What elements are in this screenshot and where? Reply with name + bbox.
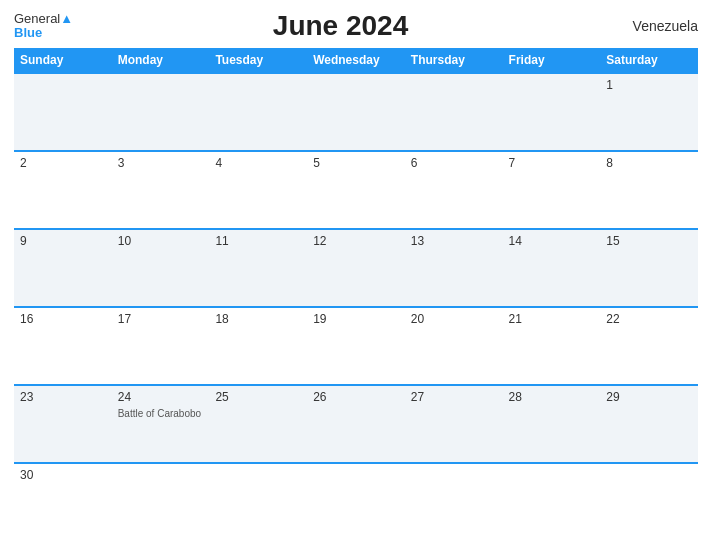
day-number: 26	[313, 390, 399, 404]
day-cell-1-2: 4	[209, 152, 307, 228]
week-row-1: 1	[14, 72, 698, 150]
day-number: 18	[215, 312, 301, 326]
day-number: 16	[20, 312, 106, 326]
day-cell-0-3	[307, 74, 405, 150]
day-number: 5	[313, 156, 399, 170]
day-number: 8	[606, 156, 692, 170]
day-cell-4-0: 23	[14, 386, 112, 462]
month-title: June 2024	[73, 10, 608, 42]
calendar-wrapper: General▲ Blue June 2024 Venezuela Sunday…	[0, 0, 712, 550]
day-cell-3-6: 22	[600, 308, 698, 384]
header-wednesday: Wednesday	[307, 48, 405, 72]
day-cell-2-2: 11	[209, 230, 307, 306]
day-cell-5-3	[307, 464, 405, 540]
day-cell-0-4	[405, 74, 503, 150]
day-number: 3	[118, 156, 204, 170]
day-number: 20	[411, 312, 497, 326]
day-headers-row: Sunday Monday Tuesday Wednesday Thursday…	[14, 48, 698, 72]
day-cell-4-2: 25	[209, 386, 307, 462]
day-cell-4-5: 28	[503, 386, 601, 462]
day-number: 1	[606, 78, 692, 92]
day-number: 7	[509, 156, 595, 170]
day-cell-2-0: 9	[14, 230, 112, 306]
logo-triangle-shape: ▲	[60, 11, 73, 26]
day-cell-3-5: 21	[503, 308, 601, 384]
header-friday: Friday	[503, 48, 601, 72]
header-tuesday: Tuesday	[209, 48, 307, 72]
day-cell-3-0: 16	[14, 308, 112, 384]
day-number: 6	[411, 156, 497, 170]
day-number: 14	[509, 234, 595, 248]
day-cell-2-3: 12	[307, 230, 405, 306]
day-cell-3-4: 20	[405, 308, 503, 384]
week-row-6: 30	[14, 462, 698, 540]
calendar-header: General▲ Blue June 2024 Venezuela	[14, 10, 698, 42]
day-cell-5-1	[112, 464, 210, 540]
logo-text-line2: Blue	[14, 26, 42, 40]
day-cell-2-4: 13	[405, 230, 503, 306]
day-number: 11	[215, 234, 301, 248]
day-cell-4-4: 27	[405, 386, 503, 462]
day-cell-2-1: 10	[112, 230, 210, 306]
day-number: 9	[20, 234, 106, 248]
day-number: 24	[118, 390, 204, 404]
day-cell-0-0	[14, 74, 112, 150]
day-cell-4-1: 24Battle of Carabobo	[112, 386, 210, 462]
day-cell-3-2: 18	[209, 308, 307, 384]
day-cell-5-6	[600, 464, 698, 540]
day-number: 25	[215, 390, 301, 404]
day-cell-4-3: 26	[307, 386, 405, 462]
day-cell-2-6: 15	[600, 230, 698, 306]
day-number: 28	[509, 390, 595, 404]
day-number: 21	[509, 312, 595, 326]
week-row-3: 9101112131415	[14, 228, 698, 306]
day-cell-2-5: 14	[503, 230, 601, 306]
day-number: 2	[20, 156, 106, 170]
day-cell-1-5: 7	[503, 152, 601, 228]
day-cell-1-6: 8	[600, 152, 698, 228]
day-cell-5-4	[405, 464, 503, 540]
weeks-container: 123456789101112131415161718192021222324B…	[14, 72, 698, 540]
day-cell-4-6: 29	[600, 386, 698, 462]
event-label: Battle of Carabobo	[118, 408, 201, 419]
header-thursday: Thursday	[405, 48, 503, 72]
calendar-grid: Sunday Monday Tuesday Wednesday Thursday…	[14, 48, 698, 540]
logo-text-line1: General▲	[14, 12, 73, 26]
week-row-5: 2324Battle of Carabobo2526272829	[14, 384, 698, 462]
day-cell-1-3: 5	[307, 152, 405, 228]
day-cell-0-6: 1	[600, 74, 698, 150]
day-number: 22	[606, 312, 692, 326]
day-number: 27	[411, 390, 497, 404]
country-label: Venezuela	[608, 18, 698, 34]
header-sunday: Sunday	[14, 48, 112, 72]
day-cell-0-2	[209, 74, 307, 150]
day-number: 13	[411, 234, 497, 248]
week-row-4: 16171819202122	[14, 306, 698, 384]
day-cell-1-0: 2	[14, 152, 112, 228]
day-cell-5-2	[209, 464, 307, 540]
day-cell-0-1	[112, 74, 210, 150]
day-number: 17	[118, 312, 204, 326]
week-row-2: 2345678	[14, 150, 698, 228]
day-number: 30	[20, 468, 106, 482]
day-cell-3-1: 17	[112, 308, 210, 384]
day-cell-5-5	[503, 464, 601, 540]
header-monday: Monday	[112, 48, 210, 72]
day-number: 29	[606, 390, 692, 404]
day-cell-0-5	[503, 74, 601, 150]
day-number: 19	[313, 312, 399, 326]
day-number: 15	[606, 234, 692, 248]
day-number: 12	[313, 234, 399, 248]
day-number: 10	[118, 234, 204, 248]
day-number: 23	[20, 390, 106, 404]
day-cell-5-0: 30	[14, 464, 112, 540]
day-number: 4	[215, 156, 301, 170]
header-saturday: Saturday	[600, 48, 698, 72]
day-cell-1-1: 3	[112, 152, 210, 228]
day-cell-1-4: 6	[405, 152, 503, 228]
day-cell-3-3: 19	[307, 308, 405, 384]
logo: General▲ Blue	[14, 12, 73, 41]
